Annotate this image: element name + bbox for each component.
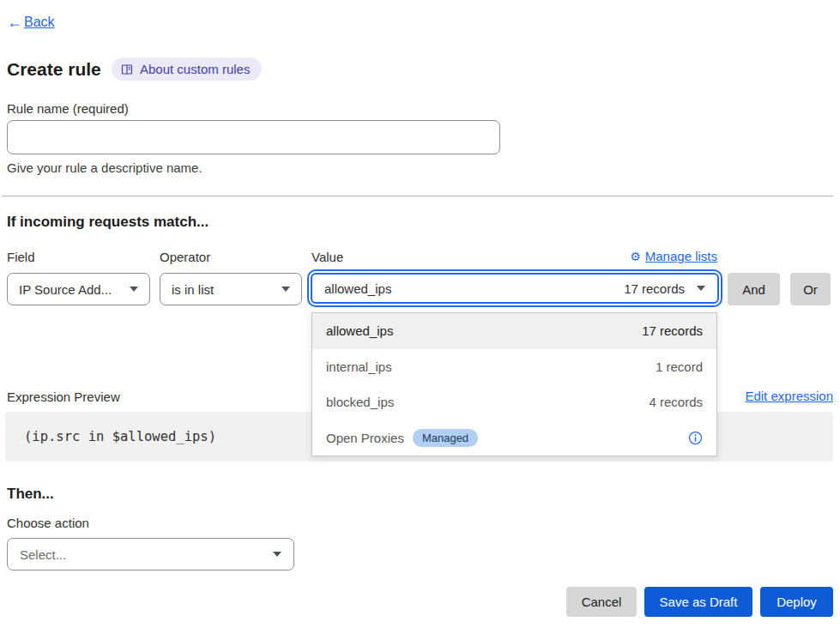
value-label: Value [311, 250, 343, 264]
list-item-name: allowed_ips [326, 323, 393, 338]
list-item-name: Open Proxies [326, 431, 404, 445]
save-as-draft-button[interactable]: Save as Draft [644, 587, 752, 617]
list-item-meta: 1 record [656, 359, 703, 374]
list-item-allowed-ips[interactable]: allowed_ips 17 records [312, 313, 716, 349]
then-section-heading: Then... [7, 486, 54, 503]
chevron-down-icon [130, 287, 138, 292]
back-label: Back [24, 15, 55, 30]
managed-badge: Managed [413, 429, 478, 447]
operator-select-value: is in list [172, 282, 214, 297]
book-icon [121, 63, 133, 75]
value-select[interactable]: allowed_ips 17 records [311, 273, 719, 304]
list-item-internal-ips[interactable]: internal_ips 1 record [312, 349, 716, 385]
chevron-down-icon [273, 552, 281, 557]
manage-lists-label: Manage lists [645, 249, 717, 263]
match-section-heading: If incoming requests match... [7, 214, 208, 231]
rule-name-input[interactable] [7, 120, 500, 154]
list-item-name: internal_ips [326, 359, 392, 374]
value-select-focus-ring: allowed_ips 17 records [307, 269, 722, 307]
list-item-meta: 4 records [649, 395, 703, 409]
list-item-name: blocked_ips [326, 395, 394, 409]
cancel-button[interactable]: Cancel [566, 587, 637, 617]
action-select[interactable]: Select... [7, 538, 294, 571]
value-dropdown-panel: allowed_ips 17 records internal_ips 1 re… [311, 312, 717, 456]
rule-name-helper: Give your rule a descriptive name. [7, 160, 202, 175]
list-item-meta: 17 records [642, 323, 703, 338]
create-rule-page: ←Back Create rule About custom rules Rul… [0, 0, 840, 634]
field-select[interactable]: IP Source Add... [7, 273, 150, 305]
action-select-placeholder: Select... [20, 547, 66, 562]
rule-name-label: Rule name (required) [7, 101, 129, 116]
or-button[interactable]: Or [790, 273, 831, 305]
about-custom-rules-link[interactable]: About custom rules [112, 57, 262, 81]
expression-preview-label: Expression Preview [7, 389, 120, 404]
gear-icon: ⚙ [630, 251, 641, 263]
manage-lists-link[interactable]: ⚙ Manage lists [630, 249, 717, 263]
expression-code: (ip.src in $allowed_ips) [24, 429, 216, 444]
deploy-button[interactable]: Deploy [760, 587, 833, 617]
and-button[interactable]: And [728, 273, 780, 305]
chevron-down-icon [281, 287, 290, 292]
info-icon[interactable] [688, 431, 703, 445]
value-select-meta: 17 records [624, 281, 685, 296]
chevron-down-icon [697, 286, 705, 291]
back-arrow-icon: ← [7, 15, 22, 30]
value-select-name: allowed_ips [324, 281, 624, 296]
page-title: Create rule [7, 59, 101, 80]
back-link[interactable]: ←Back [7, 15, 55, 30]
field-select-value: IP Source Add... [19, 282, 112, 297]
list-item-blocked-ips[interactable]: blocked_ips 4 records [312, 384, 716, 420]
choose-action-label: Choose action [7, 516, 89, 530]
list-item-open-proxies[interactable]: Open Proxies Managed [312, 420, 716, 456]
edit-expression-link[interactable]: Edit expression [745, 389, 833, 403]
operator-label: Operator [160, 250, 210, 264]
about-badge-label: About custom rules [140, 62, 250, 76]
operator-select[interactable]: is in list [160, 273, 302, 305]
field-label: Field [7, 250, 35, 264]
section-divider [2, 196, 833, 196]
